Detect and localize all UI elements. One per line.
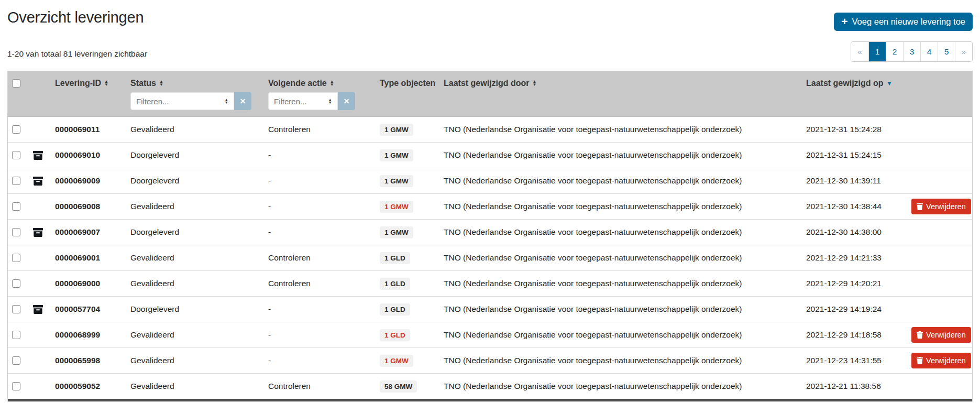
next-action-cell: -: [265, 330, 377, 340]
select-all-checkbox[interactable]: [12, 79, 20, 88]
row-checkbox[interactable]: [12, 151, 20, 159]
chevron-updown-icon: [328, 99, 332, 104]
modified-by-cell: TNO (Nederlandse Organisatie voor toegep…: [439, 253, 802, 263]
next-action-cell: Controleren: [265, 125, 377, 134]
add-delivery-button[interactable]: + Voeg een nieuwe levering toe: [834, 13, 973, 31]
type-badge: 1 GLD: [380, 329, 410, 341]
modified-by-cell: TNO (Nederlandse Organisatie voor toegep…: [439, 227, 802, 237]
column-header-laatst-gewijzigd-op[interactable]: Laatst gewijzigd op: [802, 79, 910, 88]
row-checkbox[interactable]: [12, 382, 20, 390]
row-checkbox[interactable]: [12, 356, 20, 365]
delete-button[interactable]: Verwijderen: [911, 327, 971, 343]
results-summary: 1-20 van totaal 81 leveringen zichtbaar: [7, 49, 147, 62]
delivery-id: 0000057704: [48, 305, 126, 314]
modified-at-cell: 2021-12-23 14:31:55: [802, 356, 910, 365]
column-header-laatst-gewijzigd-door[interactable]: Laatst gewijzigd door: [439, 79, 802, 88]
row-checkbox[interactable]: [12, 305, 20, 313]
delivery-id: 0000069008: [48, 202, 126, 211]
next-action-cell: -: [265, 227, 377, 237]
column-header-levering-id[interactable]: Levering-ID: [48, 79, 126, 88]
table-row[interactable]: 0000069008 Gevalideerd - 1 GMW TNO (Nede…: [8, 193, 972, 219]
trash-icon: [917, 357, 923, 364]
delete-button[interactable]: Verwijderen: [911, 353, 971, 368]
page-number-2[interactable]: 2: [886, 42, 903, 61]
modified-by-cell: TNO (Nederlandse Organisatie voor toegep…: [439, 356, 802, 365]
sort-desc-icon: [887, 81, 893, 86]
type-badge: 1 GLD: [380, 252, 410, 264]
status-cell: Gevalideerd: [126, 253, 265, 263]
page-number-5[interactable]: 5: [938, 42, 955, 61]
trash-icon: [917, 203, 923, 210]
next-action-cell: -: [265, 176, 377, 186]
modified-by-cell: TNO (Nederlandse Organisatie voor toegep…: [439, 176, 802, 186]
page-number-4[interactable]: 4: [920, 42, 938, 61]
table-row[interactable]: 0000069007 Doorgeleverd - 1 GMW TNO (Ned…: [8, 219, 972, 245]
table-body: 0000069011 Gevalideerd Controleren 1 GMW…: [8, 116, 972, 399]
pagination: «12345»: [851, 41, 973, 62]
delivery-id: 0000069011: [48, 125, 126, 134]
row-checkbox[interactable]: [12, 202, 20, 211]
status-cell: Gevalideerd: [126, 356, 265, 365]
row-checkbox[interactable]: [12, 279, 20, 288]
row-checkbox[interactable]: [12, 125, 20, 134]
status-cell: Doorgeleverd: [126, 150, 265, 160]
delivery-id: 0000065998: [48, 356, 126, 365]
page-number-1[interactable]: 1: [868, 42, 886, 61]
deliveries-table: Levering-ID Status Volgende actie Type o…: [7, 71, 973, 401]
row-checkbox[interactable]: [12, 177, 20, 185]
clear-icon: ✕: [344, 97, 350, 105]
modified-at-cell: 2021-12-29 14:18:58: [802, 330, 910, 340]
table-cut-line: [8, 399, 972, 401]
column-header-status[interactable]: Status: [126, 79, 265, 88]
next-action-cell: Controleren: [265, 382, 377, 391]
type-badge: 1 GMW: [380, 201, 413, 213]
page-title: Overzicht leveringen: [7, 9, 144, 26]
add-delivery-label: Voeg een nieuwe levering toe: [852, 17, 966, 27]
page-prev[interactable]: «: [851, 42, 868, 61]
table-row[interactable]: 0000065998 Gevalideerd - 1 GMW TNO (Nede…: [8, 347, 972, 373]
page-next[interactable]: »: [955, 42, 972, 61]
delivery-id: 0000059052: [48, 382, 126, 391]
table-row[interactable]: 0000068999 Gevalideerd - 1 GLD TNO (Nede…: [8, 322, 972, 347]
modified-by-cell: TNO (Nederlandse Organisatie voor toegep…: [439, 150, 802, 160]
table-row[interactable]: 0000069001 Gevalideerd Controleren 1 GLD…: [8, 245, 972, 270]
next-action-cell: -: [265, 150, 377, 160]
table-row[interactable]: 0000059052 Gevalideerd Controleren 58 GM…: [8, 373, 972, 399]
table-row[interactable]: 0000069000 Gevalideerd Controleren 1 GLD…: [8, 270, 972, 296]
table-row[interactable]: 0000069009 Doorgeleverd - 1 GMW TNO (Ned…: [8, 168, 972, 193]
page-number-3[interactable]: 3: [903, 42, 920, 61]
delivery-id: 0000069007: [48, 227, 126, 237]
action-filter-clear-button[interactable]: ✕: [338, 92, 355, 110]
sort-icon: [533, 80, 537, 86]
type-badge: 1 GMW: [380, 226, 413, 238]
action-filter-select[interactable]: Filteren...: [268, 92, 338, 110]
type-badge: 1 GMW: [380, 124, 413, 136]
deliveries-page: Overzicht leveringen + Voeg een nieuwe l…: [0, 0, 980, 401]
delete-button[interactable]: Verwijderen: [911, 199, 971, 214]
column-header-volgende-actie[interactable]: Volgende actie: [265, 79, 377, 88]
table-row[interactable]: 0000057704 Doorgeleverd - 1 GLD TNO (Ned…: [8, 296, 972, 322]
top-bar: Overzicht leveringen + Voeg een nieuwe l…: [7, 0, 973, 31]
row-checkbox[interactable]: [12, 228, 20, 236]
next-action-cell: Controleren: [265, 253, 377, 263]
row-checkbox[interactable]: [12, 331, 20, 339]
modified-at-cell: 2021-12-30 14:38:00: [802, 227, 910, 237]
plus-icon: +: [841, 16, 847, 27]
status-filter-select[interactable]: Filteren...: [130, 92, 234, 110]
archive-icon: [33, 177, 43, 186]
archive-icon: [33, 151, 43, 160]
status-filter-clear-button[interactable]: ✕: [234, 92, 251, 110]
trash-icon: [917, 331, 923, 339]
modified-at-cell: 2021-12-29 14:20:21: [802, 279, 910, 288]
table-row[interactable]: 0000069011 Gevalideerd Controleren 1 GMW…: [8, 116, 972, 142]
table-header: Levering-ID Status Volgende actie Type o…: [8, 71, 972, 116]
next-action-cell: Controleren: [265, 279, 377, 288]
next-action-cell: -: [265, 356, 377, 365]
type-badge: 1 GLD: [380, 303, 410, 316]
type-badge: 1 GMW: [380, 355, 413, 367]
table-row[interactable]: 0000069010 Doorgeleverd - 1 GMW TNO (Ned…: [8, 142, 972, 168]
clear-icon: ✕: [240, 97, 246, 105]
delivery-id: 0000068999: [48, 330, 126, 340]
row-checkbox[interactable]: [12, 254, 20, 262]
type-badge: 1 GMW: [380, 149, 413, 161]
